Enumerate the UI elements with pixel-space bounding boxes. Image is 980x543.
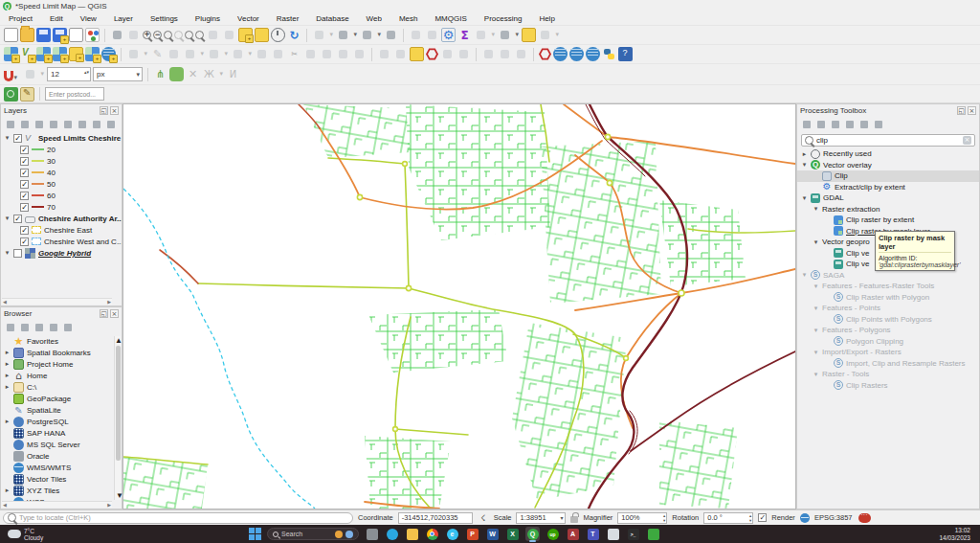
new-print-layout-icon[interactable] bbox=[69, 28, 83, 42]
label-change-icon[interactable] bbox=[481, 47, 496, 61]
algorithm-row[interactable]: ▾Import/Export - Rasters bbox=[797, 347, 979, 358]
layer-checkbox[interactable]: ✓ bbox=[20, 146, 29, 154]
locator-search-input[interactable]: Type to locate (Ctrl+K) bbox=[3, 512, 353, 524]
menu-layer[interactable]: Layer bbox=[105, 14, 142, 23]
taskbar-app-powerpoint[interactable]: P bbox=[465, 527, 479, 541]
algorithm-row[interactable]: ▾Raster - Tools bbox=[797, 369, 979, 380]
browser-item-star[interactable]: ★Favorites bbox=[1, 335, 113, 347]
digitize-with-segment-icon[interactable] bbox=[183, 47, 197, 61]
render-checkbox[interactable]: ✓ bbox=[758, 513, 767, 522]
expander-icon[interactable]: ▾ bbox=[813, 283, 819, 290]
show-statistics-icon[interactable]: Σ bbox=[457, 28, 472, 42]
expander-icon[interactable]: ▾ bbox=[4, 134, 11, 142]
browser-item-postgresql[interactable]: ▸PostgreSQL bbox=[1, 416, 113, 427]
python-console-icon[interactable] bbox=[602, 47, 616, 61]
algorithm-row[interactable]: Clip bbox=[797, 170, 979, 182]
expander-icon[interactable]: ▸ bbox=[801, 150, 808, 158]
menu-view[interactable]: View bbox=[72, 14, 105, 23]
add-selected-layer-icon[interactable] bbox=[5, 322, 16, 333]
layer-child-row[interactable]: ✓40 bbox=[1, 167, 122, 178]
collapse-all-icon[interactable] bbox=[91, 119, 102, 130]
results-viewer-icon[interactable] bbox=[844, 119, 856, 130]
cut-features-icon[interactable]: ✂ bbox=[287, 47, 301, 61]
metasearch-icon[interactable] bbox=[553, 47, 568, 61]
save-project-as-icon[interactable] bbox=[53, 28, 67, 42]
snapping-on-intersection-icon[interactable] bbox=[169, 67, 184, 81]
postcode-input[interactable]: Enter postcod... bbox=[45, 87, 104, 101]
add-wms-layer-icon[interactable] bbox=[101, 47, 116, 61]
expander-icon[interactable]: ▾ bbox=[4, 249, 11, 257]
label-properties-icon[interactable] bbox=[514, 47, 528, 61]
taskbar-app-task-view[interactable] bbox=[365, 527, 379, 541]
expander-icon[interactable]: ▾ bbox=[801, 161, 808, 169]
browser-vscrollbar[interactable]: ▲ ▼ bbox=[114, 336, 121, 500]
zoom-to-selection-icon[interactable] bbox=[174, 31, 183, 39]
label-move-icon[interactable] bbox=[457, 47, 471, 61]
delete-selected-icon[interactable] bbox=[271, 47, 285, 61]
browser-item-geopackage[interactable]: GeoPackage bbox=[1, 393, 113, 404]
zoom-full-icon[interactable] bbox=[164, 31, 172, 39]
taskbar-app-terminal[interactable]: >_ bbox=[626, 527, 640, 541]
layers-panel-float-button[interactable]: ◱ bbox=[100, 106, 108, 115]
map-views-icon[interactable] bbox=[312, 28, 326, 42]
layer-child-row[interactable]: ✓60 bbox=[1, 190, 122, 201]
browser-item-vector-tiles[interactable]: Vector Tiles bbox=[1, 473, 113, 485]
paste-features-icon[interactable] bbox=[320, 47, 334, 61]
save-edits-icon[interactable] bbox=[167, 47, 181, 61]
options-icon[interactable] bbox=[873, 119, 884, 130]
undo-icon[interactable] bbox=[336, 47, 350, 61]
enable-snapping-icon[interactable] bbox=[4, 71, 13, 81]
taskbar-clock[interactable]: 13:02 14/03/2023 bbox=[939, 527, 980, 541]
zoom-native-icon[interactable] bbox=[195, 31, 204, 39]
taskbar-app-upnote[interactable]: up bbox=[546, 527, 560, 541]
osm-search-icon[interactable] bbox=[586, 47, 600, 61]
field-calculator-icon[interactable] bbox=[474, 28, 488, 42]
algorithm-row[interactable]: ⚙Extract/clip by extent bbox=[797, 182, 979, 193]
filter-legend-icon[interactable] bbox=[48, 119, 59, 130]
temporal-controller-icon[interactable] bbox=[271, 28, 285, 42]
filter-by-expression-icon[interactable] bbox=[62, 119, 74, 130]
measure-icon[interactable] bbox=[498, 28, 512, 42]
edit-features-inplace-icon[interactable] bbox=[858, 119, 870, 130]
new-bookmark-icon[interactable] bbox=[238, 28, 253, 42]
lock-scale-icon[interactable] bbox=[570, 516, 578, 523]
refresh-browser-icon[interactable] bbox=[19, 322, 31, 333]
algorithm-row[interactable]: ▸Recently used bbox=[797, 148, 979, 160]
open-layer-styling-icon[interactable] bbox=[5, 119, 16, 130]
geocoding-icon[interactable] bbox=[569, 47, 584, 61]
zoom-last-icon[interactable] bbox=[206, 28, 220, 42]
menu-project[interactable]: Project bbox=[0, 14, 41, 23]
algorithm-row[interactable]: ▾Features - Points bbox=[797, 303, 979, 314]
pin-layout-icon[interactable] bbox=[384, 28, 398, 42]
expander-icon[interactable]: ▾ bbox=[813, 305, 819, 312]
taskbar-app-copilot[interactable] bbox=[385, 527, 399, 541]
expander-icon[interactable]: ▸ bbox=[4, 383, 11, 391]
algorithm-row[interactable]: SImport, Clip and Resample Rasters bbox=[797, 358, 979, 370]
layer-child-row[interactable]: ✓20 bbox=[1, 144, 122, 155]
browser-item-project-home[interactable]: ▸Project Home bbox=[1, 358, 113, 370]
add-vector-layer-icon[interactable] bbox=[20, 47, 34, 61]
menu-vector[interactable]: Vector bbox=[229, 14, 268, 23]
capture-map-icon[interactable] bbox=[336, 28, 350, 42]
trace-settings-icon[interactable]: Ж bbox=[202, 67, 216, 81]
menu-database[interactable]: Database bbox=[307, 14, 357, 23]
expander-icon[interactable]: ▸ bbox=[4, 418, 11, 425]
algorithm-row[interactable]: ▾SSAGA bbox=[797, 270, 979, 282]
magnifier-spinbox[interactable]: 100% bbox=[617, 512, 667, 524]
taskbar-app-snipping-tool[interactable] bbox=[606, 527, 620, 541]
scale-combo[interactable]: 1:38951 bbox=[516, 512, 566, 524]
algorithm-row[interactable]: ▾GDAL bbox=[797, 192, 979, 204]
taskbar-app-plugin[interactable] bbox=[646, 527, 660, 541]
expander-icon[interactable]: ▸ bbox=[4, 372, 11, 379]
layer-child-row[interactable]: ✓30 bbox=[1, 155, 122, 167]
zoom-next-icon[interactable] bbox=[222, 28, 236, 42]
layer-checkbox[interactable]: ✓ bbox=[20, 157, 29, 166]
style-manager-icon[interactable] bbox=[85, 28, 100, 42]
taskbar-app-teams[interactable]: T bbox=[586, 527, 600, 541]
remove-layer-icon[interactable] bbox=[105, 119, 117, 130]
algorithm-row[interactable]: SClip Points with Polygons bbox=[797, 314, 979, 326]
log-messages-icon[interactable] bbox=[858, 513, 871, 523]
browser-item-sap-hana[interactable]: SAP HANA bbox=[1, 427, 113, 439]
add-group-icon[interactable] bbox=[19, 119, 31, 130]
snapping-unit-combo[interactable]: px▾ bbox=[93, 67, 143, 81]
